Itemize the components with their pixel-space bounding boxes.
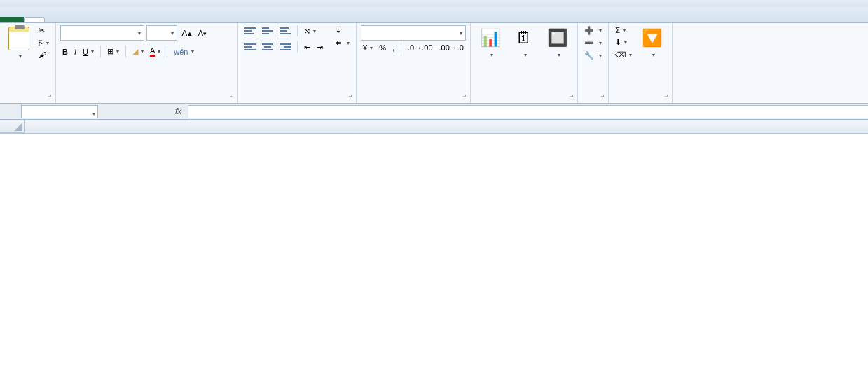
align-left-icon — [244, 42, 256, 52]
align-right-button[interactable] — [277, 41, 293, 53]
font-color-button[interactable]: A▾ — [148, 46, 163, 57]
select-all-corner[interactable] — [0, 120, 25, 133]
group-label-align — [242, 99, 352, 102]
inc-decimal-button[interactable]: .0→.00 — [406, 43, 434, 53]
format-icon: 🔧 — [584, 51, 594, 60]
name-box[interactable]: ▾ — [21, 105, 98, 118]
grow-font-button[interactable]: A▴ — [179, 27, 194, 39]
group-align: ⤭▾ ⇤ ⇥ ↲ ⬌ ▾ — [238, 23, 357, 103]
tab-insert[interactable] — [45, 17, 66, 22]
underline-button[interactable]: U▾ — [81, 47, 96, 57]
align-middle-button[interactable] — [260, 25, 275, 36]
autosum-button[interactable]: Σ▾ — [613, 25, 634, 35]
wrap-icon: ↲ — [336, 26, 342, 35]
table-format-icon: 🗓 — [513, 27, 535, 49]
wrap-text-button[interactable]: ↲ — [333, 25, 352, 36]
dec-decimal-button[interactable]: .00→.0 — [437, 43, 466, 53]
italic-button[interactable]: I — [72, 47, 78, 57]
percent-button[interactable]: % — [377, 43, 388, 53]
group-label-styles — [475, 99, 573, 102]
delete-icon: ➖ — [584, 39, 594, 48]
insert-cells-button[interactable]: ➕ ▾ — [582, 25, 604, 36]
table-format-button[interactable]: 🗓▾ — [509, 25, 539, 60]
fill-color-button[interactable]: ◢▾ — [130, 46, 146, 57]
group-clipboard: ▾ ✂ ⎘▾ 🖌 — [0, 23, 56, 103]
indent-inc-button[interactable]: ⇥ — [315, 42, 325, 53]
cell-styles-icon: 🔲 — [546, 27, 569, 49]
sort-filter-button[interactable]: 🔽▾ — [637, 25, 668, 60]
group-cells: ➕ ▾ ➖ ▾ 🔧 ▾ — [578, 23, 609, 103]
comma-icon: , — [392, 43, 394, 52]
paste-button[interactable]: ▾ — [4, 25, 34, 61]
conditional-format-button[interactable]: 📊▾ — [475, 25, 506, 60]
sigma-icon: Σ — [615, 26, 620, 34]
align-top-button[interactable] — [242, 25, 258, 36]
indent-inc-icon: ⇥ — [317, 43, 323, 52]
align-center-icon — [262, 42, 273, 52]
merge-center-button[interactable]: ⬌ ▾ — [333, 38, 352, 48]
font-size-select[interactable]: ▾ — [146, 25, 177, 41]
group-label-number — [361, 99, 466, 102]
border-button[interactable]: ⊞▾ — [105, 46, 121, 57]
ribbon: ▾ ✂ ⎘▾ 🖌 ▾ ▾ A▴ A▾ B I U▾ ⊞▾ — [0, 23, 868, 104]
chevron-down-icon: ▾ — [19, 53, 22, 60]
dec-decimal-icon: .00→.0 — [439, 43, 464, 52]
fx-icon[interactable]: fx — [175, 106, 181, 116]
group-edit: Σ▾ ⬇▾ ⌫▾ 🔽▾ — [609, 23, 673, 103]
align-bottom-icon — [280, 26, 291, 36]
font-name-select[interactable]: ▾ — [60, 25, 144, 41]
cut-button[interactable]: ✂ — [36, 25, 51, 36]
clear-button[interactable]: ⌫▾ — [613, 50, 634, 60]
insert-icon: ➕ — [584, 26, 594, 35]
currency-icon: ¥ — [363, 43, 367, 52]
worksheet[interactable]: ▦▾ — [0, 120, 868, 134]
cell-styles-button[interactable]: 🔲▾ — [542, 25, 573, 60]
indent-dec-button[interactable]: ⇤ — [302, 42, 312, 53]
tab-home[interactable] — [24, 17, 45, 22]
phonetic-button[interactable]: wén▾ — [172, 47, 195, 57]
tab-layout[interactable] — [87, 17, 108, 22]
group-font: ▾ ▾ A▴ A▾ B I U▾ ⊞▾ ◢▾ A▾ wén▾ — [56, 23, 238, 103]
tab-review[interactable] — [150, 17, 171, 22]
orientation-button[interactable]: ⤭▾ — [302, 26, 318, 36]
shrink-font-button[interactable]: A▾ — [196, 28, 209, 38]
fill-icon: ⬇ — [615, 38, 621, 47]
tab-data[interactable] — [129, 17, 150, 22]
align-right-icon — [280, 42, 291, 52]
format-painter-button[interactable]: 🖌 — [36, 50, 51, 60]
copy-button[interactable]: ⎘▾ — [36, 38, 51, 48]
align-middle-icon — [262, 26, 273, 36]
bold-button[interactable]: B — [60, 47, 70, 57]
delete-cells-button[interactable]: ➖ ▾ — [582, 38, 604, 48]
group-number: ▾ ¥▾ % , .0→.00 .00→.0 — [357, 23, 471, 103]
formula-bar-row: ▾ fx — [0, 104, 868, 120]
group-label-clipboard — [4, 99, 51, 102]
formula-bar[interactable] — [188, 105, 868, 118]
tab-view[interactable] — [171, 17, 192, 22]
indent-dec-icon: ⇤ — [304, 43, 310, 52]
number-format-select[interactable]: ▾ — [361, 25, 466, 41]
align-top-icon — [244, 26, 256, 36]
align-bottom-button[interactable] — [277, 25, 293, 36]
tab-file[interactable] — [0, 17, 24, 22]
ribbon-tabs — [0, 7, 868, 23]
percent-icon: % — [379, 43, 386, 52]
format-cells-button[interactable]: 🔧 ▾ — [582, 50, 604, 61]
currency-button[interactable]: ¥▾ — [361, 43, 375, 53]
orientation-icon: ⤭ — [304, 27, 310, 36]
group-label-edit — [613, 99, 668, 102]
border-icon: ⊞ — [107, 47, 113, 56]
comma-button[interactable]: , — [390, 43, 397, 53]
tab-newtab[interactable] — [66, 17, 87, 22]
sort-icon: 🔽 — [641, 27, 663, 49]
tab-formula[interactable] — [108, 17, 129, 22]
group-styles: 📊▾ 🗓▾ 🔲▾ — [471, 23, 578, 103]
group-label-cells — [582, 99, 604, 102]
font-color-icon: A — [150, 46, 155, 57]
align-center-button[interactable] — [260, 41, 275, 53]
fill-button[interactable]: ⬇▾ — [613, 37, 634, 48]
align-left-button[interactable] — [242, 41, 258, 53]
merge-icon: ⬌ — [336, 39, 342, 48]
column-headers — [0, 120, 868, 134]
cond-format-icon: 📊 — [479, 27, 502, 49]
